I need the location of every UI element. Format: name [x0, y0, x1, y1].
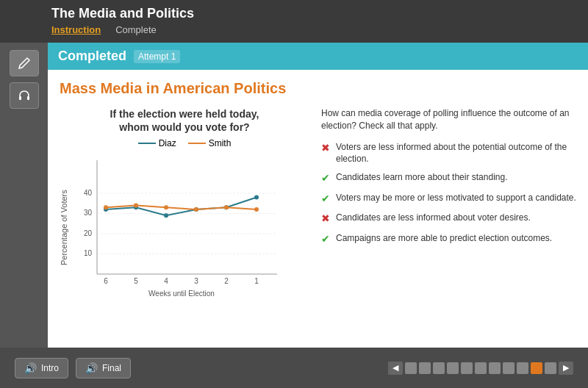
page-dot[interactable]: [405, 362, 417, 374]
answers-container: ✖Voters are less informed about the pote…: [321, 141, 576, 247]
wrong-icon: ✖: [321, 141, 331, 156]
svg-point-24: [254, 195, 259, 200]
pagination: ◀ ▶: [388, 362, 573, 375]
tab-instruction[interactable]: Instruction: [51, 24, 101, 35]
headphones-button[interactable]: [10, 82, 39, 109]
svg-text:1: 1: [254, 277, 259, 285]
svg-text:10: 10: [84, 249, 93, 257]
completed-label: Completed: [58, 48, 126, 64]
svg-rect-0: [19, 96, 21, 100]
bottom-bar: 🔊 Intro 🔊 Final ◀ ▶: [0, 348, 588, 388]
chart-title: If the election were held today, whom wo…: [60, 107, 309, 134]
chart-area: If the election were held today, whom wo…: [60, 107, 309, 302]
smith-line: [188, 143, 206, 144]
page-dots: [405, 362, 556, 374]
svg-text:30: 30: [84, 209, 93, 217]
chart-svg: 40 30 20 10 6 5 4 3 2 1 Week: [71, 153, 309, 302]
svg-text:6: 6: [104, 277, 108, 285]
attempt-badge: Attempt 1: [134, 50, 180, 63]
y-axis-label: Percentage of Voters: [60, 153, 68, 302]
correct-icon: ✔: [321, 232, 331, 247]
svg-text:20: 20: [84, 229, 93, 237]
top-header: The Media and Politics Instruction Compl…: [0, 0, 588, 43]
audio-buttons: 🔊 Intro 🔊 Final: [15, 358, 131, 378]
main-content: Completed Attempt 1 Mass Media in Americ…: [48, 43, 588, 348]
page-dot[interactable]: [503, 362, 514, 374]
intro-button[interactable]: 🔊 Intro: [15, 358, 68, 378]
answer-item: ✔Candidates learn more about their stand…: [321, 171, 576, 186]
speaker-icon-final: 🔊: [85, 362, 98, 374]
two-column-layout: If the election were held today, whom wo…: [60, 107, 576, 302]
sidebar: [0, 43, 48, 351]
correct-icon: ✔: [321, 192, 331, 206]
speaker-icon-intro: 🔊: [24, 362, 37, 374]
svg-point-26: [134, 204, 138, 208]
content-body: Mass Media in American Politics If the e…: [48, 70, 588, 312]
nav-tabs: Instruction Complete: [51, 24, 537, 35]
final-button[interactable]: 🔊 Final: [76, 358, 131, 378]
next-page-button[interactable]: ▶: [559, 362, 573, 375]
page-dot[interactable]: [447, 362, 459, 374]
page-dot[interactable]: [433, 362, 445, 374]
chart-legend: Diaz Smith: [60, 138, 309, 148]
svg-point-21: [164, 214, 168, 218]
answer-text: Campaigns are more able to predict elect…: [336, 232, 552, 245]
svg-point-27: [164, 206, 168, 210]
page-dot[interactable]: [461, 362, 473, 374]
questions-area: How can media coverage of polling influe…: [321, 107, 576, 302]
page-dot[interactable]: [517, 362, 528, 374]
completed-banner: Completed Attempt 1: [48, 43, 588, 70]
page-dot[interactable]: [475, 362, 487, 374]
svg-text:2: 2: [224, 277, 229, 285]
svg-rect-1: [27, 96, 29, 100]
tab-complete[interactable]: Complete: [115, 24, 157, 35]
legend-smith: Smith: [188, 138, 232, 148]
answer-text: Candidates are less informed about voter…: [336, 212, 531, 224]
page-dot[interactable]: [531, 362, 542, 374]
chart-wrapper: Percentage of Voters: [60, 153, 309, 302]
answer-text: Voters may be more or less motivated to …: [336, 192, 576, 204]
page-dot[interactable]: [545, 362, 556, 374]
answer-item: ✔Campaigns are more able to predict elec…: [321, 232, 576, 247]
answer-item: ✔Voters may be more or less motivated to…: [321, 192, 576, 206]
question-prompt: How can media coverage of polling influe…: [321, 107, 576, 132]
svg-text:5: 5: [134, 277, 138, 285]
section-title: Mass Media in American Politics: [60, 80, 576, 97]
answer-item: ✖Voters are less informed about the pote…: [321, 141, 576, 166]
page-dot[interactable]: [489, 362, 501, 374]
final-label: Final: [102, 363, 121, 373]
answer-text: Voters are less informed about the poten…: [336, 141, 576, 166]
pencil-button[interactable]: [10, 50, 39, 76]
wrong-icon: ✖: [321, 212, 331, 226]
svg-point-25: [104, 206, 108, 210]
page-dot[interactable]: [419, 362, 431, 374]
diaz-line: [138, 143, 156, 144]
svg-text:40: 40: [84, 189, 93, 197]
svg-point-29: [224, 206, 229, 210]
svg-point-30: [254, 207, 259, 212]
svg-text:Weeks until Election: Weeks until Election: [148, 290, 215, 298]
svg-text:3: 3: [194, 277, 198, 285]
svg-text:4: 4: [164, 277, 168, 285]
answer-text: Candidates learn more about their standi…: [336, 171, 507, 184]
intro-label: Intro: [41, 363, 59, 373]
app-title: The Media and Politics: [51, 6, 537, 21]
svg-point-28: [194, 207, 198, 212]
legend-diaz: Diaz: [138, 138, 176, 148]
correct-icon: ✔: [321, 171, 331, 186]
answer-item: ✖Candidates are less informed about vote…: [321, 212, 576, 226]
prev-page-button[interactable]: ◀: [388, 362, 403, 375]
